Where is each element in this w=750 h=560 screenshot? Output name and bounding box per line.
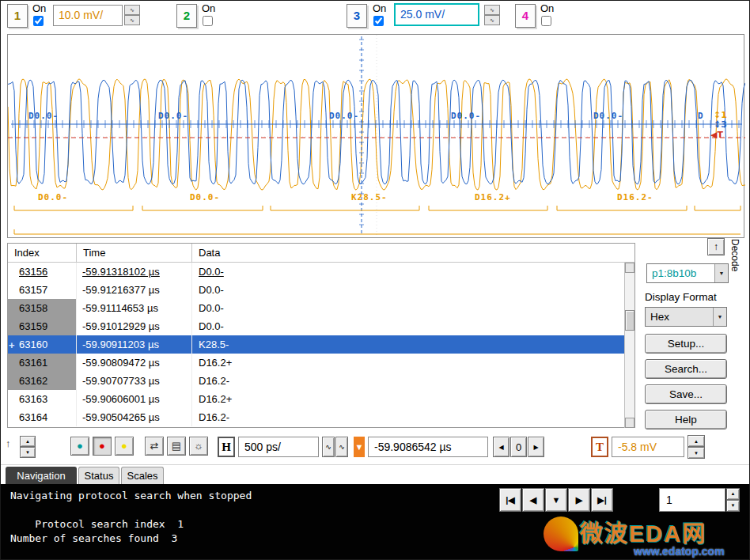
level-up-icon[interactable]: ▲ [688,435,705,447]
table-row[interactable]: 63164 -59.90504265 µs D16.2- [8,408,634,426]
nav-next-button[interactable]: ▶ [568,488,590,512]
pan-zoom-icon[interactable]: ⇄ [145,437,164,456]
channel-3-on-checkbox[interactable] [373,16,384,26]
channel-2-on-checkbox[interactable] [203,16,213,26]
cell-data[interactable]: D16.2+ [192,390,634,408]
table-row[interactable]: 63159 -59.91012929 µs D0.0- [8,317,634,335]
cell-index[interactable]: 63159 [8,317,77,335]
cell-index[interactable]: 63161 [8,354,77,372]
cell-time[interactable]: -59.90606001 µs [77,390,192,408]
cell-data[interactable]: D16.2- [192,372,634,390]
cell-time[interactable]: -59.90707733 µs [77,372,192,390]
position-left-icon[interactable]: ◀ [493,437,509,457]
timebase-coarse-icon[interactable]: ∿ [335,437,348,457]
tab-scales[interactable]: Scales [121,467,164,485]
column-header-data[interactable]: Data [192,244,634,262]
table-scrollbar[interactable] [624,263,634,428]
channel-3-ground-marker-icon[interactable]: ↕3 [714,119,727,130]
cell-data[interactable]: D0.0- [192,299,634,317]
cell-index[interactable]: 63157 [8,281,77,299]
level-down-icon[interactable]: ▼ [688,447,705,459]
table-row[interactable]: 63157 -59.91216377 µs D0.0- [8,281,634,299]
cell-time[interactable]: -59.91012929 µs [77,317,192,335]
scroll-up-icon[interactable] [625,263,634,273]
position-zero-button[interactable]: 0 [510,437,527,457]
cell-data[interactable]: D0.0- [192,281,634,299]
nav-last-button[interactable]: ▶| [591,488,613,512]
table-row[interactable]: 63163 -59.90606001 µs D16.2+ [8,390,634,408]
cell-index[interactable]: 63158 [8,299,77,317]
cell-index[interactable]: 63163 [8,390,77,408]
help-button[interactable]: Help [645,410,727,429]
scroll-down-icon[interactable] [625,418,634,428]
nav-index-down-icon[interactable]: ▼ [726,500,740,512]
display-format-dropdown[interactable]: Hex ▼ [645,307,727,327]
nav-index-up-icon[interactable]: ▲ [726,488,740,500]
table-row[interactable]: 63162 -59.90707733 µs D16.2- [8,372,634,390]
chevron-down-icon[interactable]: ▼ [713,308,726,326]
tab-status[interactable]: Status [78,467,119,485]
scrollbar-thumb[interactable] [625,310,634,331]
channel-1-scale-up-icon[interactable]: ∿ [124,5,140,15]
search-button[interactable]: Search... [645,359,727,379]
cell-data[interactable]: D0.0- [192,263,634,281]
channel-3-button[interactable]: 3 [347,4,367,28]
single-button[interactable]: ● [115,437,134,456]
nav-prev-button[interactable]: ◀ [522,488,544,512]
channel-1-scale-down-icon[interactable]: ∿ [124,15,140,25]
cell-data[interactable]: D16.2- [192,408,634,426]
cell-time[interactable]: -59.90504265 µs [77,408,192,426]
marker-a-button[interactable]: ● [70,437,89,456]
timebase-fine-icon[interactable]: ∿ [322,437,335,457]
run-stop-button[interactable]: ● [93,437,112,456]
horizontal-position-field[interactable]: -59.9086542 µs [368,437,488,457]
spin-down-icon[interactable]: ▼ [20,447,36,458]
cell-time[interactable]: -59.91114653 µs [77,299,192,317]
channel-2-button[interactable]: 2 [176,4,197,28]
tab-navigation[interactable]: Navigation [6,467,77,485]
intensity-icon[interactable]: ☼ [189,437,208,456]
channel-3-scale-field[interactable]: 25.0 mV/ [394,3,479,26]
nav-direction-button[interactable]: ▼ [545,488,567,512]
channel-3-scale-up-icon[interactable]: ∿ [484,5,500,15]
layers-icon[interactable]: ▤ [167,437,186,456]
spin-up-icon[interactable]: ▲ [20,436,36,447]
table-row[interactable]: 63156 -59.91318102 µs D0.0- [8,263,634,281]
waveform-display[interactable]: D0.0- D0.0- D0.0- D0.0- D0.0- D D0.0- D0… [7,34,744,238]
nav-index-field[interactable]: 1 [659,488,725,512]
timebase-field[interactable]: 500 ps/ [238,437,319,457]
decode-bus-dropdown[interactable]: p1:8b10b ▼ [646,263,729,283]
table-row[interactable]: 63158 -59.91114653 µs D0.0- [8,299,634,317]
cell-data[interactable]: D16.2+ [192,354,634,372]
column-header-index[interactable]: Index [8,244,77,262]
cell-time[interactable]: -59.91216377 µs [77,281,192,299]
trigger-level-marker-icon[interactable]: ◀T [710,130,723,140]
decode-panel-collapse-button[interactable]: ↑ [707,238,725,255]
setup-button[interactable]: Setup... [645,334,727,354]
channel-1-on-checkbox[interactable] [33,16,44,26]
channel-1-button[interactable]: 1 [7,4,28,28]
marker-spinner: ▲ ▼ [20,436,36,458]
column-header-time[interactable]: Time [77,244,192,262]
channel-3-scale-down-icon[interactable]: ∿ [484,15,500,25]
save-button[interactable]: Save... [645,384,727,404]
channel-4-on-checkbox[interactable] [541,16,551,26]
expand-up-icon[interactable]: ↑ [6,437,11,449]
cell-index[interactable]: 63156 [8,263,77,281]
trigger-level-field[interactable]: -5.8 mV [612,437,684,457]
chevron-down-icon[interactable]: ▼ [714,264,728,282]
cell-time[interactable]: -59.91318102 µs [77,263,192,281]
position-right-icon[interactable]: ▶ [528,437,544,457]
cell-data[interactable]: K28.5- [192,335,634,354]
cell-time[interactable]: -59.90911203 µs [77,335,192,354]
table-row-selected[interactable]: + 63160 -59.90911203 µs K28.5- [8,335,634,354]
cell-index[interactable]: 63160 [8,335,77,354]
cell-index[interactable]: 63164 [8,408,77,426]
cell-data[interactable]: D0.0- [192,317,634,335]
table-row[interactable]: 63161 -59.90809472 µs D16.2+ [8,354,634,372]
cell-time[interactable]: -59.90809472 µs [77,354,192,372]
channel-1-scale-field[interactable]: 10.0 mV/ [53,5,123,26]
channel-4-button[interactable]: 4 [515,4,536,28]
nav-first-button[interactable]: |◀ [499,488,521,512]
cell-index[interactable]: 63162 [8,372,77,390]
